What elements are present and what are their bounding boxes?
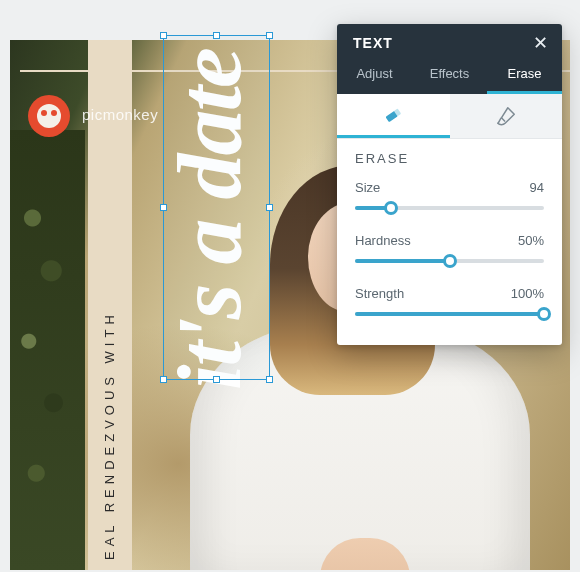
slider-value: 100% (511, 286, 544, 301)
slider-label: Hardness (355, 233, 411, 248)
slider-label: Size (355, 180, 380, 195)
section-label-erase: ERASE (355, 151, 544, 166)
hardness-slider[interactable] (355, 254, 544, 268)
brush-icon (495, 105, 517, 127)
slider-size: Size 94 (355, 180, 544, 215)
canvas-headline-text[interactable]: it's a date (156, 49, 262, 390)
brush-tool-button[interactable] (450, 94, 563, 138)
strength-slider[interactable] (355, 307, 544, 321)
text-properties-panel: TEXT ✕ Adjust Effects Erase ERASE (337, 24, 562, 345)
slider-strength: Strength 100% (355, 286, 544, 321)
slider-label: Strength (355, 286, 404, 301)
panel-title: TEXT (353, 35, 393, 51)
photo-foliage (10, 130, 85, 570)
tab-effects[interactable]: Effects (412, 58, 487, 94)
panel-header: TEXT ✕ Adjust Effects Erase (337, 24, 562, 94)
slider-hardness: Hardness 50% (355, 233, 544, 268)
eraser-icon (382, 104, 404, 126)
resize-handle[interactable] (213, 32, 220, 39)
resize-handle[interactable] (266, 32, 273, 39)
resize-handle[interactable] (160, 32, 167, 39)
eraser-tool-button[interactable] (337, 94, 450, 138)
slider-value: 50% (518, 233, 544, 248)
panel-body: ERASE Size 94 Hardness 50% (337, 139, 562, 345)
size-slider[interactable] (355, 201, 544, 215)
erase-tool-toggle (337, 94, 562, 139)
brand-name: picmonkey (82, 106, 158, 123)
panel-tabs: Adjust Effects Erase (337, 58, 562, 94)
brand-logo (28, 95, 70, 137)
slider-value: 94 (530, 180, 544, 195)
close-icon[interactable]: ✕ (533, 34, 548, 52)
canvas-subtext[interactable]: EAL RENDEZVOUS WITH (102, 310, 117, 560)
tab-adjust[interactable]: Adjust (337, 58, 412, 94)
tab-erase[interactable]: Erase (487, 58, 562, 94)
